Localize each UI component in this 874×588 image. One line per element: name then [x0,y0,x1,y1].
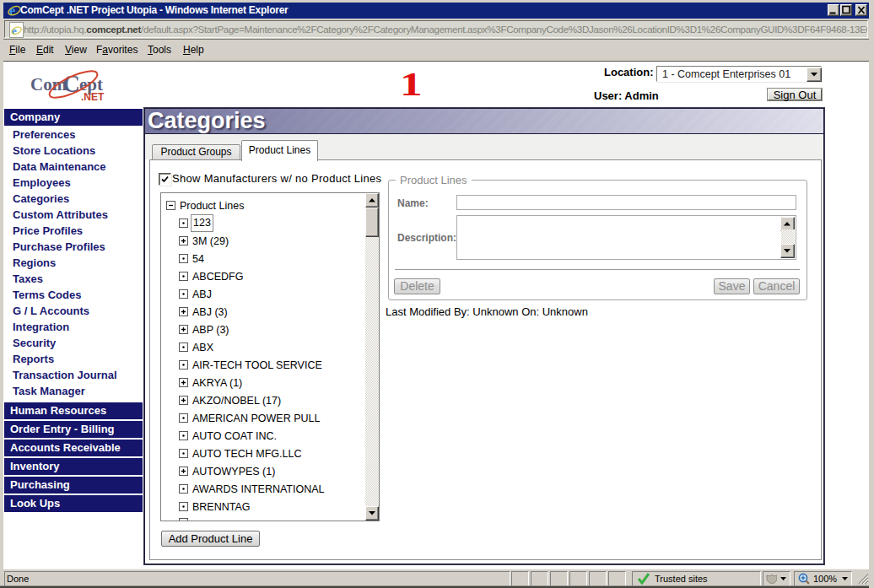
svg-text:.NET: .NET [81,91,105,103]
